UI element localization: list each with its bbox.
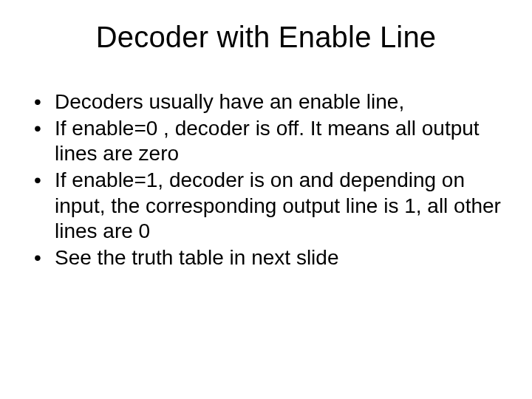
list-item: If enable=1, decoder is on and depending… <box>34 168 505 243</box>
list-item: See the truth table in next slide <box>34 245 505 270</box>
bullet-list: Decoders usually have an enable line, If… <box>27 89 505 270</box>
list-item: Decoders usually have an enable line, <box>34 89 505 115</box>
list-item: If enable=0 , decoder is off. It means a… <box>34 116 505 166</box>
slide-title: Decoder with Enable Line <box>27 21 505 54</box>
